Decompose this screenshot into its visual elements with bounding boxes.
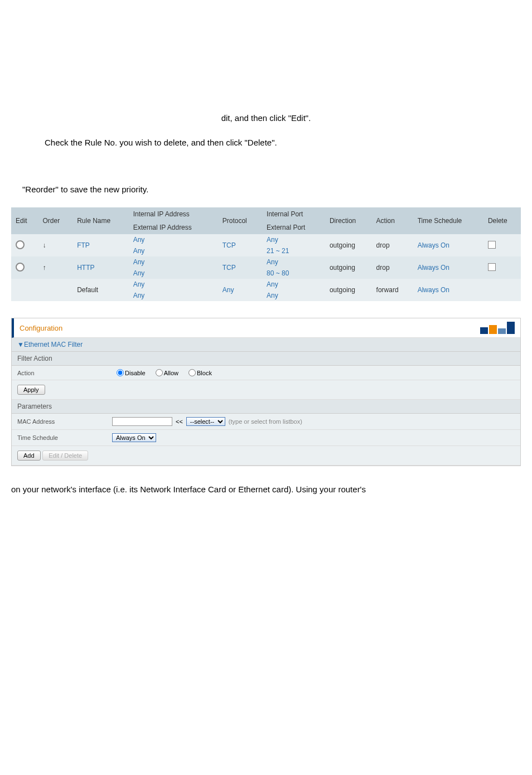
bottom-text: on your network's interface (i.e. its Ne…: [11, 485, 366, 494]
action-label: Action: [17, 370, 112, 376]
time-schedule-label: Time Schedule: [17, 434, 112, 441]
ll-text: <<: [176, 418, 183, 425]
intport-2: Any: [262, 256, 325, 268]
filter-action-header: Filter Action: [12, 352, 520, 366]
time-3: Always On: [413, 279, 483, 301]
mac-hint: (type or select from listbox): [229, 418, 302, 425]
intport-3: Any: [262, 279, 325, 290]
mac-address-input[interactable]: [112, 417, 172, 426]
action-3: forward: [372, 279, 413, 301]
time-2: Always On: [413, 256, 483, 279]
time-1: Always On: [413, 234, 483, 256]
time-schedule-select[interactable]: Always On: [112, 433, 156, 442]
protocol-2: TCP: [218, 256, 262, 279]
action-1: drop: [372, 234, 413, 256]
intip-3: Any: [129, 279, 218, 290]
edit-radio-1[interactable]: [16, 240, 25, 249]
parameters-header: Parameters: [12, 400, 520, 414]
extport-3: Any: [262, 290, 325, 301]
extip-3: Any: [129, 290, 218, 301]
th-delete: Delete: [483, 207, 521, 234]
radio-disable[interactable]: [117, 369, 124, 376]
radio-allow[interactable]: [156, 369, 163, 376]
apply-button[interactable]: Apply: [17, 385, 45, 395]
edit-radio-2[interactable]: [16, 263, 25, 272]
extport-2: 80 ~ 80: [262, 268, 325, 279]
logo-icon: [480, 322, 515, 334]
direction-2: outgoing: [325, 256, 372, 279]
delete-check-1[interactable]: [488, 241, 496, 249]
order-arrow-down[interactable]: ↓: [38, 234, 72, 256]
radio-block[interactable]: [188, 369, 196, 376]
mac-select[interactable]: --select--: [186, 417, 225, 426]
rulename-ftp[interactable]: FTP: [72, 234, 128, 256]
th-direction: Direction: [325, 207, 372, 234]
intport-1: Any: [262, 234, 325, 245]
delete-check-2[interactable]: [488, 263, 496, 271]
action-2: drop: [372, 256, 413, 279]
intip-1: Any: [129, 234, 218, 245]
th-edit: Edit: [11, 207, 38, 234]
th-protocol: Protocol: [218, 207, 262, 234]
rulename-http[interactable]: HTTP: [72, 256, 128, 279]
rules-table: Edit Order Rule Name Internal IP Address…: [11, 207, 521, 301]
add-button[interactable]: Add: [17, 451, 41, 461]
ethernet-mac-filter-header[interactable]: ▼Ethernet MAC Filter: [12, 338, 520, 352]
th-extip: External IP Address: [129, 221, 218, 234]
protocol-3: Any: [218, 279, 262, 301]
th-intport: Internal Port: [262, 207, 325, 221]
rulename-default: Default: [72, 279, 128, 301]
extip-1: Any: [129, 245, 218, 256]
extport-1: 21 ~ 21: [262, 245, 325, 256]
instruction-text-1: dit, and then click "Edit".: [221, 113, 311, 123]
instruction-text-2: Check the Rule No. you wish to delete, a…: [45, 138, 277, 147]
edit-delete-button[interactable]: Edit / Delete: [42, 451, 88, 461]
direction-3: outgoing: [325, 279, 372, 301]
extip-2: Any: [129, 268, 218, 279]
intip-2: Any: [129, 256, 218, 268]
order-arrow-up[interactable]: ↑: [38, 256, 72, 279]
th-time: Time Schedule: [413, 207, 483, 234]
th-action: Action: [372, 207, 413, 234]
th-rulename: Rule Name: [72, 207, 128, 234]
config-panel: Configuration ▼Ethernet MAC Filter Filte…: [11, 318, 521, 466]
mac-address-label: MAC Address: [17, 418, 112, 425]
direction-1: outgoing: [325, 234, 372, 256]
th-order: Order: [38, 207, 72, 234]
config-title: Configuration: [20, 324, 62, 332]
reorder-text: "Reorder" to save the new priority.: [22, 185, 148, 194]
protocol-1: TCP: [218, 234, 262, 256]
th-extport: External Port: [262, 221, 325, 234]
th-intip: Internal IP Address: [129, 207, 218, 221]
